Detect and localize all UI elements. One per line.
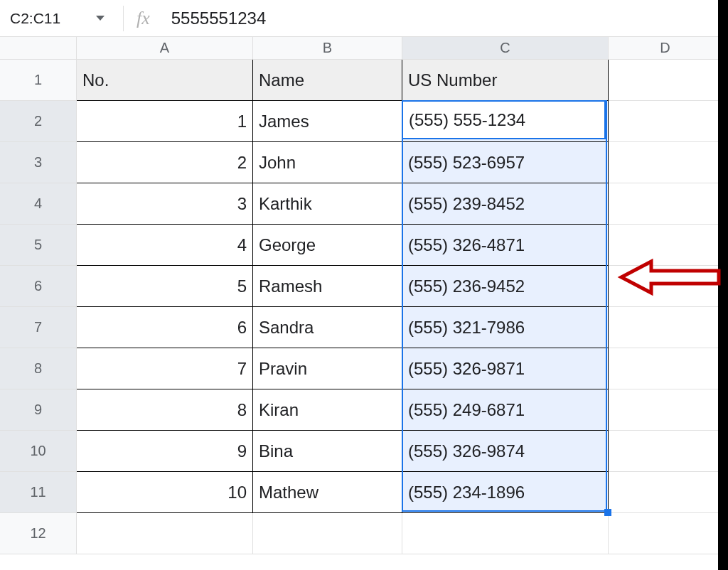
cell-B3[interactable]: John: [253, 142, 402, 183]
cell-A1[interactable]: No.: [77, 60, 253, 101]
cell-B7[interactable]: Sandra: [253, 307, 402, 348]
col-header-c[interactable]: C: [402, 37, 609, 60]
cell-A10[interactable]: 9: [77, 431, 253, 472]
table-row: 3Karthik(555) 239-8452: [77, 183, 722, 225]
cell-B10[interactable]: Bina: [253, 431, 402, 472]
cell-D7[interactable]: [609, 307, 722, 348]
table-row: [77, 513, 722, 554]
cell-A12[interactable]: [77, 513, 253, 554]
fill-handle[interactable]: [604, 509, 611, 516]
cell-C3[interactable]: (555) 523-6957: [402, 142, 609, 183]
row-header-8[interactable]: 8: [0, 348, 77, 389]
row-header-12[interactable]: 12: [0, 513, 77, 554]
cell-A11[interactable]: 10: [77, 472, 253, 513]
cell-A4[interactable]: 3: [77, 183, 253, 225]
table-row: 9Bina(555) 326-9874: [77, 431, 722, 472]
cell-C5[interactable]: (555) 326-4871: [402, 225, 609, 266]
cell-B2[interactable]: James: [253, 101, 402, 142]
cell-C11[interactable]: (555) 234-1896: [402, 472, 609, 513]
cell-A2[interactable]: 1: [77, 101, 253, 142]
cell-D11[interactable]: [609, 472, 722, 513]
fx-label: fx: [136, 8, 150, 29]
col-header-a[interactable]: A: [77, 37, 253, 60]
table-row: 6Sandra(555) 321-7986: [77, 307, 722, 348]
cell-A7[interactable]: 6: [77, 307, 253, 348]
arrow-annotation-icon: [616, 256, 722, 299]
cell-D2[interactable]: [609, 101, 722, 142]
cell-D4[interactable]: [609, 183, 722, 225]
cell-D8[interactable]: [609, 348, 722, 389]
cell-A8[interactable]: 7: [77, 348, 253, 389]
divider: [123, 6, 124, 31]
row-header-7[interactable]: 7: [0, 307, 77, 348]
cell-C10[interactable]: (555) 326-9874: [402, 431, 609, 472]
cell-A6[interactable]: 5: [77, 266, 253, 307]
cell-C8[interactable]: (555) 326-9871: [402, 348, 609, 389]
cell-C7[interactable]: (555) 321-7986: [402, 307, 609, 348]
cell-B12[interactable]: [253, 513, 402, 554]
row-header-10[interactable]: 10: [0, 431, 77, 472]
cell-D9[interactable]: [609, 389, 722, 431]
table-row: 2John(555) 523-6957: [77, 142, 722, 183]
col-header-d[interactable]: D: [609, 37, 722, 60]
cell-B1[interactable]: Name: [253, 60, 402, 101]
cell-A5[interactable]: 4: [77, 225, 253, 266]
dropdown-icon[interactable]: [96, 16, 105, 21]
formula-input[interactable]: [171, 9, 721, 28]
cell-C9[interactable]: (555) 249-6871: [402, 389, 609, 431]
cell-B4[interactable]: Karthik: [253, 183, 402, 225]
row-header-5[interactable]: 5: [0, 225, 77, 266]
cell-D3[interactable]: [609, 142, 722, 183]
cell-B11[interactable]: Mathew: [253, 472, 402, 513]
cell-B9[interactable]: Kiran: [253, 389, 402, 431]
name-box[interactable]: C2:C11: [7, 10, 110, 27]
row-header-4[interactable]: 4: [0, 183, 77, 225]
table-row: No.NameUS Number: [77, 60, 722, 101]
cell-A9[interactable]: 8: [77, 389, 253, 431]
select-all-corner[interactable]: [0, 37, 77, 60]
cell-B6[interactable]: Ramesh: [253, 266, 402, 307]
cell-C12[interactable]: [402, 513, 609, 554]
row-header-11[interactable]: 11: [0, 472, 77, 513]
row-header-1[interactable]: 1: [0, 60, 77, 101]
table-row: 8Kiran(555) 249-6871: [77, 389, 722, 431]
name-box-text: C2:C11: [10, 10, 60, 27]
table-row: 1James(555) 555-1234: [77, 101, 722, 142]
cell-B5[interactable]: George: [253, 225, 402, 266]
cell-D1[interactable]: [609, 60, 722, 101]
cell-C4[interactable]: (555) 239-8452: [402, 183, 609, 225]
cell-B8[interactable]: Pravin: [253, 348, 402, 389]
cell-C1[interactable]: US Number: [402, 60, 609, 101]
table-row: 10Mathew(555) 234-1896: [77, 472, 722, 513]
row-header-2[interactable]: 2: [0, 101, 77, 142]
cell-A3[interactable]: 2: [77, 142, 253, 183]
cell-C6[interactable]: (555) 236-9452: [402, 266, 609, 307]
row-header-3[interactable]: 3: [0, 142, 77, 183]
row-header-9[interactable]: 9: [0, 389, 77, 431]
col-header-b[interactable]: B: [253, 37, 402, 60]
formula-bar: C2:C11 fx: [0, 0, 728, 37]
table-row: 7Pravin(555) 326-9871: [77, 348, 722, 389]
row-header-6[interactable]: 6: [0, 266, 77, 307]
cell-C2[interactable]: (555) 555-1234: [402, 101, 609, 142]
cell-D12[interactable]: [609, 513, 722, 554]
cell-D10[interactable]: [609, 431, 722, 472]
